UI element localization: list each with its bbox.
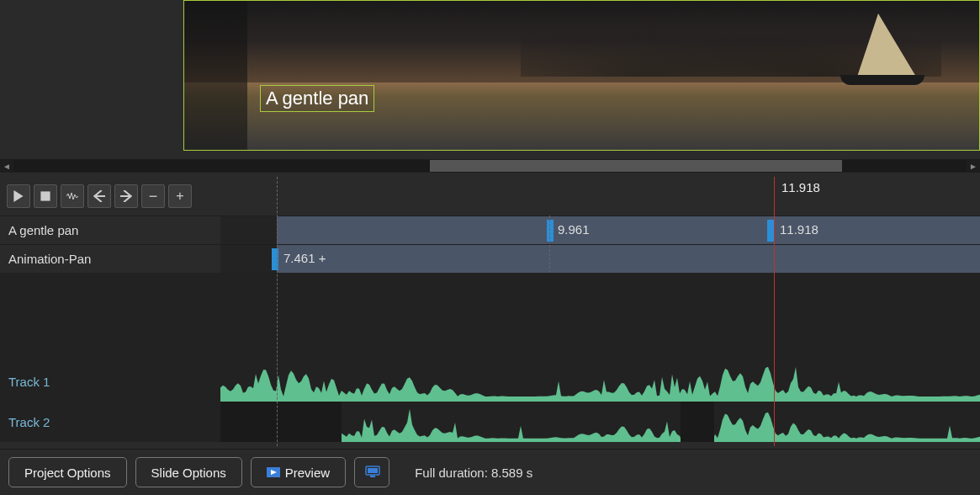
arrow-left-icon [93,190,105,202]
waveform-icon [66,190,78,202]
object-track-1[interactable]: Animation-Pan 7.461 + [0,244,980,273]
play-button[interactable] [7,184,30,208]
preview-button-label: Preview [285,466,330,480]
playhead-line[interactable] [774,177,775,446]
slide-options-button[interactable]: Slide Options [135,457,242,487]
audio-waveform[interactable] [220,361,980,402]
timeline-ruler[interactable]: 11.918 [277,177,980,216]
playhead-time-label: 11.918 [781,180,820,194]
audio-gap [220,402,342,442]
prev-keyframe-button[interactable] [87,184,111,208]
preview-button[interactable]: Preview [251,457,346,487]
keyframe-marker[interactable] [547,220,554,242]
bottom-toolbar: Project Options Slide Options Preview Fu… [0,449,980,495]
object-track-lane[interactable]: 9.961 11.918 [277,216,980,245]
object-tracks: A gentle pan 9.961 11.918 Animation-Pan … [0,216,980,273]
keyframe-time-label: 9.961 [558,222,590,237]
project-options-button[interactable]: Project Options [8,457,127,487]
preview-icon [267,466,280,479]
audio-waveform[interactable] [220,402,980,442]
audio-track-label: Track 2 [0,415,220,429]
scrollbar-track[interactable] [13,160,967,172]
preview-canvas[interactable]: A gentle pan [183,0,980,151]
keyframe-time-label: 7.461 + [283,251,326,265]
audio-track-1[interactable]: Track 1 [0,361,980,402]
svg-rect-6 [370,476,375,477]
object-track-label: Animation-Pan [0,252,220,266]
preview-panel: A gentle pan [0,0,980,158]
boat-graphic [832,13,933,98]
stop-icon [40,190,51,202]
audio-gap [681,402,714,442]
next-keyframe-button[interactable] [114,184,138,208]
publish-button[interactable] [354,457,389,487]
waveform-toggle-button[interactable] [61,184,84,208]
scroll-left-icon[interactable]: ◄ [0,159,13,173]
keyframe-marker[interactable] [767,220,774,242]
keyframe-guide-line [549,216,550,273]
keyframe-time-label: 11.918 [780,222,818,237]
monitor-icon [365,466,379,479]
audio-track-2[interactable]: Track 2 [0,402,980,442]
audio-track-label: Track 1 [0,375,220,389]
scroll-right-icon[interactable]: ► [967,159,980,173]
zoom-in-button[interactable]: + [168,184,192,208]
object-track-label: A gentle pan [0,223,220,237]
object-track-lane[interactable]: 7.461 + [277,245,980,274]
zoom-out-button[interactable]: − [141,184,165,208]
arrow-right-icon [120,190,132,202]
scrollbar-thumb[interactable] [430,160,842,172]
object-track-0[interactable]: A gentle pan 9.961 11.918 [0,216,980,244]
start-marker-line [277,177,278,446]
timeline-empty-area [0,273,980,361]
play-icon [13,190,24,202]
svg-rect-5 [368,468,378,473]
caption-text-object[interactable]: A gentle pan [260,85,374,112]
svg-marker-0 [13,190,23,202]
full-duration-label: Full duration: 8.589 s [415,466,532,480]
svg-rect-1 [40,191,50,200]
stop-button[interactable] [34,184,57,208]
horizontal-scrollbar[interactable]: ◄ ► [0,159,980,173]
